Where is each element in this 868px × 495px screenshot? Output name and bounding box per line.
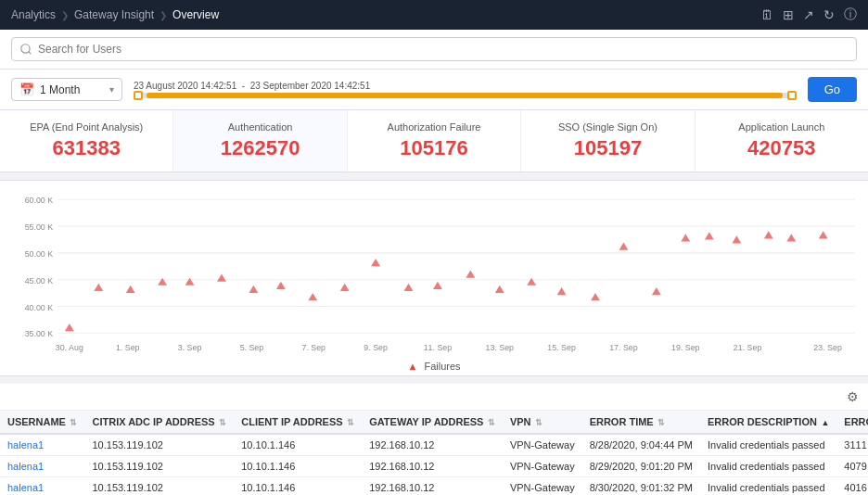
col-header-gateway_ip[interactable]: GATEWAY IP ADDRESS ⇅ bbox=[362, 411, 503, 434]
svg-text:60.00 K: 60.00 K bbox=[25, 196, 53, 205]
metric-card-authorization-failure: Authorization Failure 105176 bbox=[348, 110, 521, 171]
chart-svg: 60.00 K 55.00 K 50.00 K 45.00 K 40.00 K … bbox=[7, 190, 861, 357]
metric-card-authentication: Authentication 1262570 bbox=[173, 110, 347, 171]
svg-marker-45 bbox=[681, 234, 690, 241]
svg-marker-40 bbox=[527, 278, 536, 286]
cell-error_desc: Invalid credentials passed bbox=[700, 456, 836, 477]
metric-card-sso--single-sign-on-: SSO (Single Sign On) 105197 bbox=[521, 110, 695, 171]
metric-label: EPA (End Point Analysis) bbox=[15, 121, 158, 133]
col-header-vpn[interactable]: VPN ⇅ bbox=[503, 411, 582, 434]
svg-marker-36 bbox=[404, 284, 414, 291]
col-header-username[interactable]: USERNAME ⇅ bbox=[0, 411, 84, 434]
grid-nav-icon[interactable]: ⊞ bbox=[783, 7, 794, 22]
cell-error_count: 3111 bbox=[836, 434, 868, 456]
top-navigation: Analytics ❯ Gateway Insight ❯ Overview 🗓… bbox=[0, 0, 868, 30]
cell-error_count: 4016 bbox=[836, 477, 868, 496]
svg-text:40.00 K: 40.00 K bbox=[25, 302, 53, 311]
cell-username[interactable]: halena1 bbox=[0, 477, 84, 496]
refresh-nav-icon[interactable]: ↻ bbox=[823, 7, 835, 22]
chart-container: 60.00 K 55.00 K 50.00 K 45.00 K 40.00 K … bbox=[7, 190, 861, 357]
col-header-error_time[interactable]: ERROR TIME ⇅ bbox=[582, 411, 700, 434]
legend-triangle-icon: ▲ bbox=[407, 361, 417, 372]
metric-label: Application Launch bbox=[710, 121, 853, 133]
calendar-nav-icon[interactable]: 🗓 bbox=[760, 7, 773, 22]
slider-date-to: 23 September 2020 14:42:51 bbox=[250, 81, 371, 91]
svg-marker-47 bbox=[732, 235, 741, 243]
cell-error_desc: Invalid credentials passed bbox=[700, 434, 836, 456]
chart-legend: ▲ Failures bbox=[7, 361, 861, 372]
svg-marker-29 bbox=[185, 278, 195, 286]
cell-error_time: 8/28/2020, 9:04:44 PM bbox=[582, 434, 700, 456]
svg-text:30. Aug: 30. Aug bbox=[56, 343, 83, 352]
cell-vpn: VPN-Gateway bbox=[503, 434, 582, 456]
col-label-username: USERNAME bbox=[7, 416, 66, 427]
nav-icons: 🗓 ⊞ ↗ ↻ ⓘ bbox=[760, 6, 857, 23]
svg-text:23. Sep: 23. Sep bbox=[813, 343, 841, 352]
svg-text:21. Sep: 21. Sep bbox=[734, 343, 761, 352]
cell-username[interactable]: halena1 bbox=[0, 434, 84, 456]
svg-marker-31 bbox=[249, 286, 258, 293]
breadcrumb-gateway[interactable]: Gateway Insight bbox=[74, 8, 154, 21]
svg-marker-33 bbox=[308, 293, 317, 300]
metric-card-application-launch: Application Launch 420753 bbox=[696, 110, 868, 171]
cell-citrix_adc: 10.153.119.102 bbox=[84, 456, 234, 477]
search-input[interactable] bbox=[11, 37, 857, 61]
svg-marker-30 bbox=[217, 274, 226, 282]
svg-text:17. Sep: 17. Sep bbox=[609, 343, 637, 352]
metric-value: 1262570 bbox=[188, 136, 331, 160]
svg-marker-37 bbox=[433, 282, 442, 289]
slider-thumb-left[interactable] bbox=[134, 91, 143, 100]
table-row: halena110.153.119.10210.10.1.146192.168.… bbox=[0, 434, 868, 456]
help-nav-icon[interactable]: ⓘ bbox=[844, 6, 857, 23]
svg-text:35.00 K: 35.00 K bbox=[25, 329, 53, 338]
gear-icon[interactable]: ⚙ bbox=[847, 389, 859, 404]
cell-gateway_ip: 192.168.10.12 bbox=[362, 477, 503, 496]
cell-username[interactable]: halena1 bbox=[0, 456, 84, 477]
svg-marker-27 bbox=[126, 286, 135, 293]
slider-thumb-right[interactable] bbox=[787, 91, 797, 100]
go-button[interactable]: Go bbox=[808, 77, 857, 102]
cell-gateway_ip: 192.168.10.12 bbox=[362, 456, 503, 477]
header-row: USERNAME ⇅CITRIX ADC IP ADDRESS ⇅CLIENT … bbox=[0, 411, 868, 434]
metric-value: 631383 bbox=[15, 136, 158, 160]
cell-client_ip: 10.10.1.146 bbox=[234, 434, 362, 456]
controls-row: 📅 1 Month ▾ 23 August 2020 14:42:51 - 23… bbox=[0, 70, 868, 110]
share-nav-icon[interactable]: ↗ bbox=[803, 7, 814, 22]
breadcrumb-analytics[interactable]: Analytics bbox=[11, 8, 56, 21]
table-section: ⚙ USERNAME ⇅CITRIX ADC IP ADDRESS ⇅CLIEN… bbox=[0, 384, 868, 495]
svg-marker-38 bbox=[466, 270, 475, 277]
svg-text:11. Sep: 11. Sep bbox=[424, 343, 452, 352]
slider-date-from: 23 August 2020 14:42:51 bbox=[134, 81, 236, 91]
col-header-error_desc[interactable]: ERROR DESCRIPTION ▲ bbox=[700, 411, 836, 434]
table-toolbar: ⚙ bbox=[0, 384, 868, 411]
col-header-error_count[interactable]: ERROR COUNT ⇅ bbox=[836, 411, 868, 434]
table-body: halena110.153.119.10210.10.1.146192.168.… bbox=[0, 434, 868, 495]
date-slider-track[interactable] bbox=[134, 93, 797, 98]
svg-text:1. Sep: 1. Sep bbox=[116, 343, 140, 352]
slider-fill bbox=[147, 93, 783, 98]
svg-text:13. Sep: 13. Sep bbox=[486, 343, 514, 352]
svg-text:15. Sep: 15. Sep bbox=[547, 343, 575, 352]
svg-marker-39 bbox=[495, 286, 504, 293]
svg-marker-46 bbox=[705, 232, 714, 239]
sort-icon-username: ⇅ bbox=[68, 418, 78, 427]
cell-error_time: 8/30/2020, 9:01:32 PM bbox=[582, 477, 700, 496]
svg-marker-49 bbox=[786, 234, 796, 241]
sort-icon-client_ip: ⇅ bbox=[345, 418, 355, 427]
col-label-error_time: ERROR TIME bbox=[590, 416, 654, 427]
cell-vpn: VPN-Gateway bbox=[503, 477, 582, 496]
cell-citrix_adc: 10.153.119.102 bbox=[84, 477, 234, 496]
cell-client_ip: 10.10.1.146 bbox=[234, 477, 362, 496]
sort-icon-vpn: ⇅ bbox=[533, 418, 543, 427]
cell-gateway_ip: 192.168.10.12 bbox=[362, 434, 503, 456]
col-header-client_ip[interactable]: CLIENT IP ADDRESS ⇅ bbox=[234, 411, 362, 434]
col-label-error_desc: ERROR DESCRIPTION bbox=[708, 416, 817, 427]
date-range-selector[interactable]: 📅 1 Month ▾ bbox=[11, 78, 122, 101]
col-header-citrix_adc[interactable]: CITRIX ADC IP ADDRESS ⇅ bbox=[84, 411, 234, 434]
metric-label: Authorization Failure bbox=[363, 121, 505, 133]
metric-value: 420753 bbox=[710, 136, 853, 160]
metric-label: Authentication bbox=[188, 121, 331, 133]
sort-icon-gateway_ip: ⇅ bbox=[485, 418, 495, 427]
svg-marker-25 bbox=[65, 324, 74, 331]
calendar-icon: 📅 bbox=[19, 82, 34, 96]
